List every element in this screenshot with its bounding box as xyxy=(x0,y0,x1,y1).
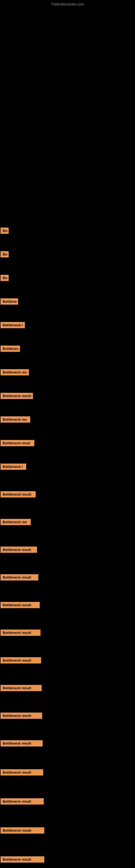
list-item: Bottleneck result xyxy=(0,655,135,665)
list-item: Bottleneck result xyxy=(0,825,135,836)
list-item: Bo xyxy=(0,249,135,259)
list-item: Bottleneck result xyxy=(0,710,135,721)
bottleneck-result-label: Bottleneck result xyxy=(1,602,40,608)
bottleneck-result-label: Bo xyxy=(1,275,9,281)
bottleneck-result-label: Bottleneck result xyxy=(1,574,38,581)
list-item: Bottleneck res xyxy=(0,517,135,527)
bottleneck-result-label: Bottleneck result xyxy=(1,856,44,863)
bottleneck-result-label: Bo xyxy=(1,251,9,257)
bottleneck-result-label: Bottleneck resul xyxy=(1,440,34,446)
list-item: Bottleneck result xyxy=(0,796,135,807)
list-item: Bottleneck result xyxy=(0,627,135,638)
list-item: Bo xyxy=(0,225,135,236)
list-item: Bottleneck result xyxy=(0,738,135,749)
bottleneck-result-label: Bottleneck result xyxy=(1,827,44,834)
list-item: Bottleneck result xyxy=(0,854,135,865)
bottleneck-result-label: Bottleneck r xyxy=(1,322,25,328)
bottleneck-result-label: Bottleneck result xyxy=(1,769,43,775)
bottleneck-result-label: Bottleneck result xyxy=(1,657,41,663)
list-item: Bottleneck result xyxy=(0,767,135,778)
list-item: Bottleneck result xyxy=(0,572,135,583)
bottleneck-result-label: Bo xyxy=(1,227,9,234)
bottleneck-result-label: Bottleneck result xyxy=(1,685,42,691)
bottleneck-result-label: Bottleneck r xyxy=(1,464,26,470)
bottleneck-result-label: Bottleneck result xyxy=(1,547,37,553)
list-item: Bottleneck res xyxy=(0,367,135,378)
site-title: TheBottlenecker.com xyxy=(0,0,135,7)
list-item: Bottleneck resul xyxy=(0,438,135,448)
bottleneck-result-label: Bottleneck result xyxy=(1,491,36,497)
list-item: Bottleneck result xyxy=(0,600,135,610)
bottleneck-result-label: Bottleneck result xyxy=(1,740,43,746)
bottleneck-result-label: Bottleneck res xyxy=(1,369,29,375)
list-item: Bottleneck result xyxy=(0,489,135,500)
list-item: Bottleneck result xyxy=(0,391,135,401)
list-item: Bottleneck r xyxy=(0,461,135,472)
list-item: Bo xyxy=(0,273,135,283)
bottleneck-result-label: Bottlene xyxy=(1,299,18,305)
bottleneck-result-label: Bottleneck res xyxy=(1,416,30,423)
bottleneck-result-label: Bottleneck result xyxy=(1,713,42,719)
bottleneck-result-label: Bottlenec xyxy=(1,346,20,352)
list-item: Bottlenec xyxy=(0,343,135,354)
list-item: Bottleneck res xyxy=(0,414,135,425)
bottleneck-result-label: Bottleneck result xyxy=(1,629,41,636)
bottleneck-result-label: Bottleneck res xyxy=(1,519,31,525)
list-item: Bottleneck r xyxy=(0,320,135,330)
list-item: Bottlene xyxy=(0,296,135,307)
list-item: Bottleneck result xyxy=(0,683,135,693)
list-item: Bottleneck result xyxy=(0,545,135,555)
bottleneck-result-label: Bottleneck result xyxy=(1,798,44,805)
bottleneck-result-label: Bottleneck result xyxy=(1,393,33,399)
